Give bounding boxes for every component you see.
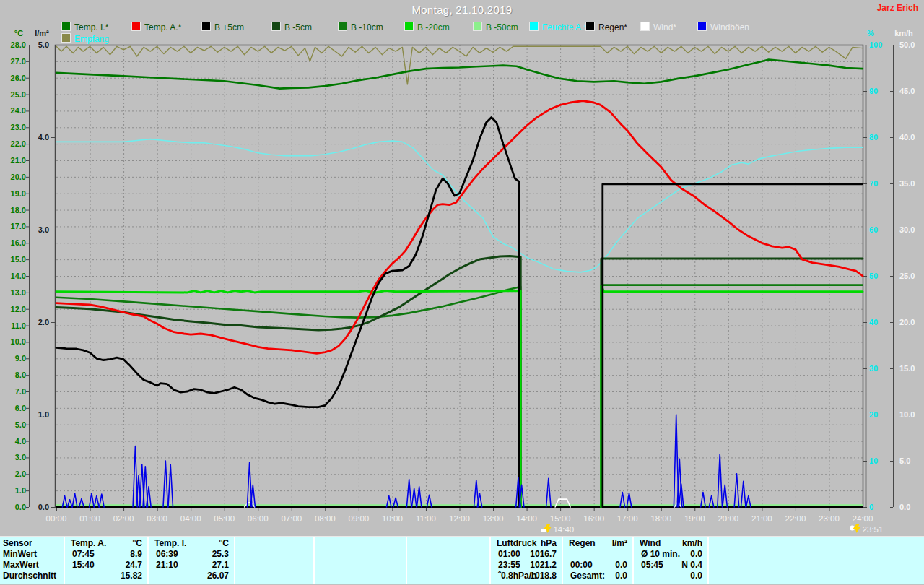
axis-tick-label: 13.0 xyxy=(11,288,26,297)
axis-tick-label: 35.0 xyxy=(899,179,915,188)
stats-cell-value: 0.0 xyxy=(615,560,627,571)
axis-tick-label: 28.0 xyxy=(11,40,26,49)
stats-cell-time: 23:55 xyxy=(498,560,520,571)
sun-marker-icon xyxy=(541,524,551,533)
stats-cell-value: 0.0 xyxy=(690,549,702,560)
axis-tick-label: 15.0 xyxy=(899,364,915,373)
axis-tick-label: 60 xyxy=(869,225,878,234)
stats-group-temp-a: Temp. A.°C07:458.915:4024.715.82 xyxy=(64,537,146,584)
axis-tick-label: 7.0 xyxy=(15,387,26,396)
stats-cell-value: 26.07 xyxy=(207,571,229,581)
axis-time: 00:0001:0002:0003:0004:0005:0006:0007:00… xyxy=(46,507,873,523)
stats-group-title: Luftdruck xyxy=(497,538,536,549)
axis-tick-label: 23.0 xyxy=(11,123,26,131)
series-line-feuchte-a xyxy=(56,139,863,272)
series-line-windboeen xyxy=(406,480,411,507)
axis-tick-label: 19:00 xyxy=(684,514,705,523)
axis-tick-label: 07:00 xyxy=(281,514,302,523)
axis-tick-label: 02:00 xyxy=(113,514,134,523)
horizon-glyph xyxy=(541,529,546,532)
series-line-windboeen xyxy=(411,488,417,507)
axis-tick-label: 25.0 xyxy=(11,90,26,99)
stats-group-empty xyxy=(707,537,924,584)
axis-tick-label: 6.0 xyxy=(15,404,26,412)
sunset-marker: 14:40 xyxy=(541,524,574,534)
axis-tick-label: 14:00 xyxy=(516,514,537,523)
axis-tick-label: 2.0 xyxy=(38,318,49,326)
axis-tick-label: 70 xyxy=(869,179,878,188)
series-line-windboeen xyxy=(168,464,173,507)
stats-group-title: Temp. A. xyxy=(71,538,106,549)
axis-tick-label: 50 xyxy=(869,272,878,280)
axis-tick-label: 21.0 xyxy=(11,156,26,165)
series-wind xyxy=(245,499,681,507)
stats-cell-value: 25.3 xyxy=(212,549,229,560)
axis-tick-label: 16:00 xyxy=(583,514,604,523)
axis-tick-label: 80 xyxy=(869,133,878,142)
series-line-windboeen xyxy=(718,454,723,507)
series-windboeen xyxy=(62,415,751,507)
stats-cell-value: 24.7 xyxy=(126,560,142,571)
axis-tick-label: 12:00 xyxy=(449,514,470,523)
series-line-windboeen xyxy=(741,481,746,507)
stats-group-empty xyxy=(406,537,488,584)
stats-group-empty xyxy=(234,537,312,584)
axis-rain-lm2: 5.04.03.02.01.00.0 xyxy=(38,40,55,511)
moonset-marker: 23:51 xyxy=(850,524,883,534)
arrow-glyph xyxy=(544,524,551,533)
axis-tick-label: 10:00 xyxy=(382,514,403,523)
stats-group-empty xyxy=(313,537,404,584)
axis-tick-label: 3.0 xyxy=(15,453,26,462)
stats-table: SensorMinWertMaxWertDurchschnittTemp. A.… xyxy=(0,536,924,584)
axis-tick-label: 09:00 xyxy=(348,514,369,523)
stats-cell-time: 06:39 xyxy=(156,549,178,560)
series-line-b-5cm xyxy=(601,259,863,507)
axis-tick-label: 25.0 xyxy=(899,272,915,280)
axis-tick-label: 04:00 xyxy=(180,514,201,523)
axis-tick-label: 15.0 xyxy=(11,255,26,264)
axis-unit-percent: % xyxy=(867,29,874,38)
axis-tick-label: 05:00 xyxy=(214,514,235,523)
stats-row-label: Sensor xyxy=(3,538,64,549)
axis-tick-label: 24:00 xyxy=(853,514,873,523)
stats-cell-value: 8.9 xyxy=(130,549,142,560)
axis-tick-label: 14.0 xyxy=(11,272,26,280)
axis-tick-label: 8.0 xyxy=(15,370,26,379)
series-line-b-20cm xyxy=(601,286,863,507)
series-line-windboeen xyxy=(723,485,728,507)
series-line-windboeen xyxy=(546,478,552,507)
marker-time-label: 23:51 xyxy=(863,525,884,534)
moon-marker-icon xyxy=(850,524,860,533)
stats-cell-time: 15:40 xyxy=(72,560,95,571)
axis-tick-label: 22.0 xyxy=(11,139,26,148)
grid-lines xyxy=(56,45,863,507)
axis-tick-label: 27.0 xyxy=(11,57,26,66)
series-line-windboeen xyxy=(734,474,739,507)
axis-tick-label: 50.0 xyxy=(899,40,915,49)
axis-tick-label: 30 xyxy=(869,364,878,373)
axis-tick-label: 26.0 xyxy=(11,74,26,82)
axis-tick-label: 40 xyxy=(869,318,878,326)
stats-group-unit: hPa xyxy=(541,538,557,549)
axis-tick-label: 06:00 xyxy=(248,514,269,523)
stats-cell-time: 01:00 xyxy=(498,549,520,560)
axis-tick-label: 20:00 xyxy=(718,514,738,523)
series-feuchte-a xyxy=(56,139,863,272)
stats-row-label: MinWert xyxy=(3,549,64,560)
axis-tick-label: 18.0 xyxy=(11,206,26,214)
axis-tick-label: 4.0 xyxy=(15,437,26,446)
series-line-windboeen xyxy=(163,461,168,507)
stats-cell-value: 0.0 xyxy=(615,571,627,581)
stats-group-temp-i: Temp. I.°C06:3925.321:1027.126.07 xyxy=(147,537,232,584)
axis-tick-label: 9.0 xyxy=(15,354,26,363)
stats-group-unit: °C xyxy=(133,538,142,549)
stats-group-luftdruck: LuftdruckhPa01:001016.723:551021.2ˆ0.8hP… xyxy=(489,537,560,584)
axis-tick-label: 22:00 xyxy=(785,514,806,523)
axis-tick-label: 17:00 xyxy=(617,514,638,523)
stats-group-unit: l/m² xyxy=(612,538,627,549)
weather-app-window: Montag, 21.10.2019 Jarz Erich Temp. I.*T… xyxy=(0,0,924,585)
axis-tick-label: 0.0 xyxy=(899,503,910,511)
stats-cell-time: 21:10 xyxy=(156,560,178,571)
series-line-b-5cm xyxy=(56,256,520,507)
series-line-b-10cm xyxy=(601,285,863,507)
